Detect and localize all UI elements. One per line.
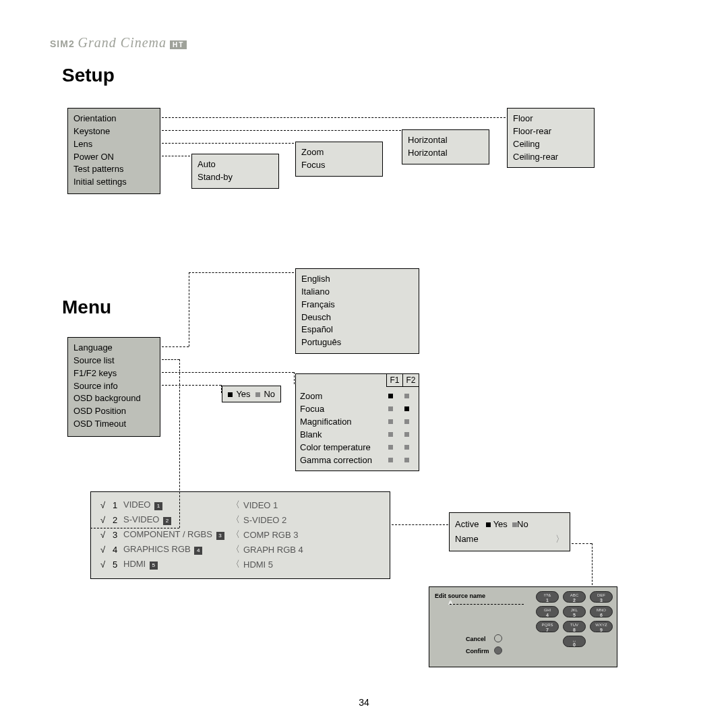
keypad-key: TUV8 — [563, 621, 586, 632]
square-icon — [228, 392, 233, 397]
square-icon — [404, 419, 409, 424]
keypad-key: WXYZ9 — [590, 621, 613, 632]
lens-item: Zoom — [301, 146, 377, 159]
keystone-item: Horizontal — [408, 134, 483, 147]
keypad-title: Edit source name — [435, 593, 485, 599]
menu-item: OSD background — [73, 392, 154, 405]
active-name-box: Active Yes No Name 〉 — [449, 512, 570, 551]
source-name: S-VIDEO 2 — [123, 514, 231, 525]
edit-source-keypad: Edit source name A Cancel Confirm !!?&1A… — [429, 586, 617, 667]
keypad-key: ABC2 — [563, 591, 586, 603]
setup-item: Orientation — [73, 113, 154, 125]
connector — [392, 524, 448, 525]
language-item: Deusch — [301, 311, 413, 324]
square-icon — [388, 419, 393, 424]
source-name: VIDEO 1 — [123, 499, 231, 510]
source-alias: VIDEO 1 — [243, 500, 278, 510]
square-icon — [388, 394, 393, 398]
check-icon: √ — [100, 545, 113, 555]
source-number: 2 — [113, 515, 123, 525]
connector — [189, 272, 189, 346]
fkeys-name: Focua — [300, 404, 382, 414]
source-alias: S-VIDEO 2 — [243, 515, 286, 525]
square-icon — [388, 445, 393, 450]
orientation-item: Ceiling — [513, 138, 588, 151]
source-row: √ 4 GRAPHICS RGB 4 〈 GRAPH RGB 4 — [100, 542, 380, 557]
active-label: Active — [455, 519, 479, 529]
lens-item: Focus — [301, 159, 377, 172]
fkeys-header: F1 — [386, 374, 402, 387]
fkeys-name: Color temperature — [300, 442, 382, 452]
confirm-button-icon — [494, 646, 502, 655]
source-badge: 4 — [194, 547, 202, 555]
keypad-key: ␣0 — [563, 636, 586, 647]
connector — [189, 272, 294, 273]
fkeys-row: Color temperature — [300, 441, 415, 454]
check-icon: √ — [100, 559, 113, 570]
square-icon — [388, 406, 393, 411]
connector — [294, 372, 295, 384]
chevron-left-icon: 〈 — [231, 514, 243, 526]
name-label: Name — [455, 532, 479, 547]
square-icon — [404, 445, 409, 450]
square-icon — [404, 394, 409, 398]
source-badge: 2 — [163, 517, 171, 525]
setup-item: Test patterns — [73, 163, 154, 176]
keypad-key: JKL5 — [563, 606, 586, 617]
fkeys-row: Focua — [300, 402, 415, 415]
keypad-cancel: Cancel — [466, 636, 486, 642]
languages-submenu: English Italiano Français Deusch Español… — [295, 268, 419, 354]
square-icon — [404, 406, 409, 411]
source-row: √ 3 COMPONENT / RGBS 3 〈 COMP RGB 3 — [100, 527, 380, 542]
source-name: COMPONENT / RGBS 3 — [123, 529, 231, 540]
source-name: GRAPHICS RGB 4 — [123, 544, 231, 555]
yesno-box: Yes No — [222, 386, 281, 402]
keypad-key: !!?&1 — [536, 591, 559, 603]
keypad-key: GHI4 — [536, 606, 559, 617]
orientation-item: Ceiling-rear — [513, 151, 588, 164]
menu-item: Source info — [73, 380, 154, 393]
connector — [162, 143, 294, 144]
connector — [221, 385, 222, 393]
orientation-item: Floor-rear — [513, 125, 588, 138]
connector — [162, 372, 294, 373]
keystone-submenu: Horizontal Horizontal — [402, 129, 489, 164]
no-label: No — [264, 389, 275, 399]
source-alias: HDMI 5 — [243, 559, 273, 570]
fkeys-table: F1 F2 ZoomFocuaMagnificationBlankColor t… — [295, 373, 419, 471]
connector — [90, 528, 179, 528]
menu-item: OSD Timeout — [73, 418, 154, 431]
connector — [162, 130, 401, 131]
source-badge: 5 — [150, 562, 158, 570]
setup-item: Lens — [73, 138, 154, 151]
square-icon — [388, 458, 393, 462]
source-row: √ 1 VIDEO 1 〈 VIDEO 1 — [100, 497, 380, 512]
menu-item: F1/F2 keys — [73, 367, 154, 380]
fkeys-name: Magnification — [300, 417, 382, 427]
power-submenu: Auto Stand-by — [191, 154, 279, 189]
setup-main-box: Orientation Keystone Lens Power ON Test … — [67, 108, 160, 194]
cursor-line — [450, 604, 524, 605]
language-item: Français — [301, 299, 413, 311]
chevron-left-icon: 〈 — [231, 543, 243, 555]
source-alias: COMP RGB 3 — [243, 530, 298, 540]
keypad-key: MNO6 — [590, 606, 613, 617]
language-item: Português — [301, 336, 413, 349]
source-badge: 3 — [216, 532, 224, 540]
language-item: Español — [301, 324, 413, 336]
orientation-item: Floor — [513, 113, 588, 125]
chevron-left-icon: 〈 — [231, 528, 243, 541]
source-number: 4 — [113, 545, 123, 555]
source-number: 1 — [113, 500, 123, 510]
setup-item: Power ON — [73, 151, 154, 164]
source-alias: GRAPH RGB 4 — [243, 545, 303, 555]
fkeys-row: Magnification — [300, 415, 415, 428]
keypad-confirm: Confirm — [466, 648, 489, 655]
power-item: Stand-by — [198, 171, 273, 184]
language-item: Italiano — [301, 286, 413, 299]
page-number: 34 — [0, 697, 728, 708]
menu-item: Source list — [73, 355, 154, 367]
connector — [572, 543, 592, 544]
check-icon: √ — [100, 515, 113, 525]
connector — [162, 385, 221, 386]
